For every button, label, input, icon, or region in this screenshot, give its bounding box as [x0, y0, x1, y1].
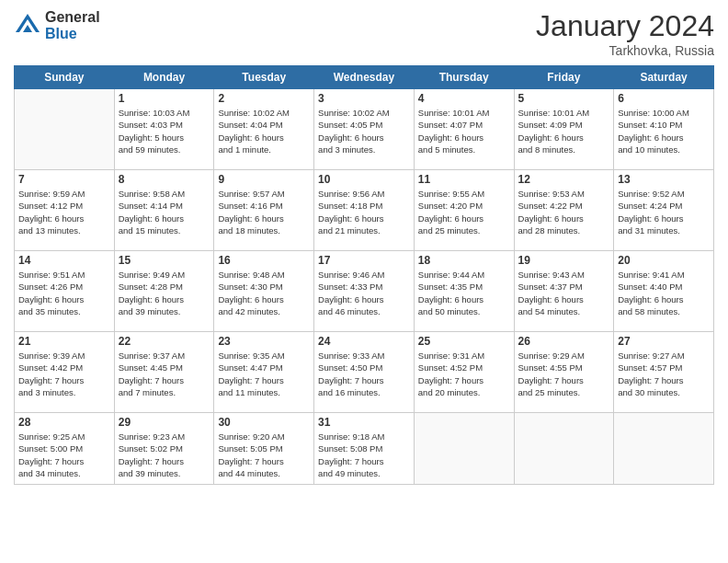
- calendar-day-header: Tuesday: [214, 66, 314, 89]
- day-number: 23: [218, 335, 310, 348]
- calendar-day-header: Wednesday: [314, 66, 415, 89]
- calendar-cell: 22Sunrise: 9:37 AMSunset: 4:45 PMDayligh…: [114, 332, 214, 413]
- calendar-cell: 26Sunrise: 9:29 AMSunset: 4:55 PMDayligh…: [514, 332, 614, 413]
- day-info: Sunrise: 9:27 AMSunset: 4:57 PMDaylight:…: [618, 350, 710, 398]
- day-info: Sunrise: 9:31 AMSunset: 4:52 PMDaylight:…: [418, 350, 510, 398]
- day-number: 2: [218, 92, 310, 105]
- day-info: Sunrise: 9:52 AMSunset: 4:24 PMDaylight:…: [618, 188, 710, 236]
- day-info: Sunrise: 9:44 AMSunset: 4:35 PMDaylight:…: [418, 269, 510, 317]
- calendar-cell: 30Sunrise: 9:20 AMSunset: 5:05 PMDayligh…: [214, 413, 314, 485]
- calendar-week-row: 21Sunrise: 9:39 AMSunset: 4:42 PMDayligh…: [15, 332, 714, 413]
- calendar-week-row: 7Sunrise: 9:59 AMSunset: 4:12 PMDaylight…: [15, 170, 714, 251]
- day-number: 21: [18, 335, 110, 348]
- day-number: 12: [518, 173, 610, 186]
- day-number: 18: [418, 254, 510, 267]
- calendar-cell: [414, 413, 514, 485]
- calendar: SundayMondayTuesdayWednesdayThursdayFrid…: [14, 65, 714, 485]
- day-info: Sunrise: 10:02 AMSunset: 4:05 PMDaylight…: [318, 107, 410, 155]
- day-number: 16: [218, 254, 310, 267]
- day-info: Sunrise: 9:33 AMSunset: 4:50 PMDaylight:…: [318, 350, 410, 398]
- calendar-cell: 16Sunrise: 9:48 AMSunset: 4:30 PMDayligh…: [214, 251, 314, 332]
- calendar-cell: 12Sunrise: 9:53 AMSunset: 4:22 PMDayligh…: [514, 170, 614, 251]
- calendar-cell: 5Sunrise: 10:01 AMSunset: 4:09 PMDayligh…: [514, 89, 614, 170]
- day-info: Sunrise: 9:37 AMSunset: 4:45 PMDaylight:…: [119, 350, 210, 398]
- day-info: Sunrise: 9:51 AMSunset: 4:26 PMDaylight:…: [18, 269, 110, 317]
- calendar-day-header: Sunday: [15, 66, 115, 89]
- day-info: Sunrise: 10:00 AMSunset: 4:10 PMDaylight…: [618, 107, 710, 155]
- day-info: Sunrise: 9:39 AMSunset: 4:42 PMDaylight:…: [18, 350, 110, 398]
- calendar-cell: 17Sunrise: 9:46 AMSunset: 4:33 PMDayligh…: [314, 251, 415, 332]
- calendar-cell: 29Sunrise: 9:23 AMSunset: 5:02 PMDayligh…: [114, 413, 214, 485]
- day-info: Sunrise: 9:59 AMSunset: 4:12 PMDaylight:…: [18, 188, 110, 236]
- month-title: January 2024: [536, 9, 714, 43]
- day-number: 26: [518, 335, 610, 348]
- day-number: 31: [318, 416, 410, 429]
- calendar-cell: 10Sunrise: 9:56 AMSunset: 4:18 PMDayligh…: [314, 170, 415, 251]
- day-info: Sunrise: 9:57 AMSunset: 4:16 PMDaylight:…: [218, 188, 310, 236]
- location: Tarkhovka, Russia: [536, 43, 714, 58]
- day-info: Sunrise: 9:43 AMSunset: 4:37 PMDaylight:…: [518, 269, 610, 317]
- calendar-cell: 7Sunrise: 9:59 AMSunset: 4:12 PMDaylight…: [15, 170, 115, 251]
- calendar-cell: 2Sunrise: 10:02 AMSunset: 4:04 PMDayligh…: [214, 89, 314, 170]
- day-info: Sunrise: 9:46 AMSunset: 4:33 PMDaylight:…: [318, 269, 410, 317]
- logo-general: General: [45, 9, 100, 26]
- day-info: Sunrise: 9:41 AMSunset: 4:40 PMDaylight:…: [618, 269, 710, 317]
- day-number: 19: [518, 254, 610, 267]
- day-info: Sunrise: 9:29 AMSunset: 4:55 PMDaylight:…: [518, 350, 610, 398]
- calendar-cell: 19Sunrise: 9:43 AMSunset: 4:37 PMDayligh…: [514, 251, 614, 332]
- calendar-cell: 8Sunrise: 9:58 AMSunset: 4:14 PMDaylight…: [114, 170, 214, 251]
- day-number: 3: [318, 92, 410, 105]
- day-number: 14: [18, 254, 110, 267]
- day-info: Sunrise: 9:49 AMSunset: 4:28 PMDaylight:…: [119, 269, 210, 317]
- calendar-day-header: Saturday: [614, 66, 714, 89]
- calendar-cell: 28Sunrise: 9:25 AMSunset: 5:00 PMDayligh…: [15, 413, 115, 485]
- calendar-cell: 13Sunrise: 9:52 AMSunset: 4:24 PMDayligh…: [614, 170, 714, 251]
- calendar-cell: 15Sunrise: 9:49 AMSunset: 4:28 PMDayligh…: [114, 251, 214, 332]
- day-number: 11: [418, 173, 510, 186]
- calendar-cell: [614, 413, 714, 485]
- title-section: January 2024 Tarkhovka, Russia: [536, 9, 714, 58]
- day-number: 25: [418, 335, 510, 348]
- day-number: 30: [218, 416, 310, 429]
- calendar-cell: 24Sunrise: 9:33 AMSunset: 4:50 PMDayligh…: [314, 332, 415, 413]
- day-number: 10: [318, 173, 410, 186]
- logo-blue: Blue: [45, 26, 100, 42]
- day-info: Sunrise: 10:03 AMSunset: 4:03 PMDaylight…: [119, 107, 210, 155]
- day-info: Sunrise: 9:23 AMSunset: 5:02 PMDaylight:…: [119, 431, 210, 479]
- day-info: Sunrise: 9:20 AMSunset: 5:05 PMDaylight:…: [218, 431, 310, 479]
- calendar-cell: 9Sunrise: 9:57 AMSunset: 4:16 PMDaylight…: [214, 170, 314, 251]
- day-info: Sunrise: 9:18 AMSunset: 5:08 PMDaylight:…: [318, 431, 410, 479]
- calendar-cell: 6Sunrise: 10:00 AMSunset: 4:10 PMDayligh…: [614, 89, 714, 170]
- calendar-cell: [514, 413, 614, 485]
- day-number: 9: [218, 173, 310, 186]
- calendar-cell: 14Sunrise: 9:51 AMSunset: 4:26 PMDayligh…: [15, 251, 115, 332]
- day-info: Sunrise: 10:01 AMSunset: 4:07 PMDaylight…: [418, 107, 510, 155]
- calendar-week-row: 28Sunrise: 9:25 AMSunset: 5:00 PMDayligh…: [15, 413, 714, 485]
- day-info: Sunrise: 9:35 AMSunset: 4:47 PMDaylight:…: [218, 350, 310, 398]
- day-info: Sunrise: 10:02 AMSunset: 4:04 PMDaylight…: [218, 107, 310, 155]
- logo-text: General Blue: [45, 9, 100, 41]
- page: General Blue January 2024 Tarkhovka, Rus…: [0, 0, 728, 563]
- day-info: Sunrise: 9:58 AMSunset: 4:14 PMDaylight:…: [119, 188, 210, 236]
- day-number: 13: [618, 173, 710, 186]
- day-info: Sunrise: 9:25 AMSunset: 5:00 PMDaylight:…: [18, 431, 110, 479]
- logo: General Blue: [14, 9, 100, 41]
- day-number: 1: [119, 92, 210, 105]
- day-number: 5: [518, 92, 610, 105]
- calendar-day-header: Monday: [114, 66, 214, 89]
- calendar-cell: 3Sunrise: 10:02 AMSunset: 4:05 PMDayligh…: [314, 89, 415, 170]
- calendar-cell: 11Sunrise: 9:55 AMSunset: 4:20 PMDayligh…: [414, 170, 514, 251]
- day-number: 4: [418, 92, 510, 105]
- day-info: Sunrise: 9:56 AMSunset: 4:18 PMDaylight:…: [318, 188, 410, 236]
- calendar-cell: 21Sunrise: 9:39 AMSunset: 4:42 PMDayligh…: [15, 332, 115, 413]
- day-info: Sunrise: 9:48 AMSunset: 4:30 PMDaylight:…: [218, 269, 310, 317]
- calendar-cell: 4Sunrise: 10:01 AMSunset: 4:07 PMDayligh…: [414, 89, 514, 170]
- calendar-cell: 31Sunrise: 9:18 AMSunset: 5:08 PMDayligh…: [314, 413, 415, 485]
- day-number: 22: [119, 335, 210, 348]
- day-info: Sunrise: 9:55 AMSunset: 4:20 PMDaylight:…: [418, 188, 510, 236]
- calendar-day-header: Thursday: [414, 66, 514, 89]
- day-number: 7: [18, 173, 110, 186]
- day-number: 17: [318, 254, 410, 267]
- calendar-week-row: 1Sunrise: 10:03 AMSunset: 4:03 PMDayligh…: [15, 89, 714, 170]
- day-number: 8: [119, 173, 210, 186]
